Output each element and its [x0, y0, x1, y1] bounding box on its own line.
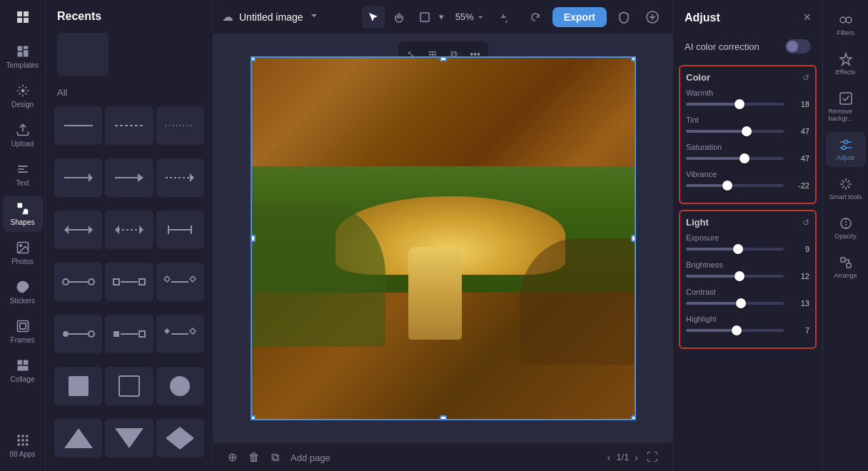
plus-btn[interactable] — [641, 6, 664, 29]
shape-arrow-right2[interactable] — [105, 158, 153, 197]
prev-page-btn[interactable]: ‹ — [607, 452, 611, 463]
shape-arrow-dotted[interactable] — [156, 158, 204, 197]
svg-marker-63 — [115, 428, 143, 448]
select-tool-btn[interactable] — [362, 6, 385, 29]
shape-double-arrow-dotted[interactable] — [105, 211, 153, 249]
right-tool-remove-bg[interactable]: Remove backgr... — [826, 86, 866, 128]
vibrance-slider-row: Vibrance -22 — [686, 170, 809, 190]
sidebar-item-apps[interactable]: 88 Apps — [3, 427, 43, 464]
redo-btn[interactable] — [524, 6, 547, 29]
canvas-frame[interactable]: ↻ — [251, 56, 636, 420]
resize-handle-br[interactable] — [631, 415, 636, 420]
light-section-header: Light ↺ — [686, 217, 809, 228]
vibrance-track[interactable] — [686, 184, 784, 187]
shape-dotted-line[interactable] — [156, 106, 204, 145]
zoom-control[interactable]: 55% — [450, 9, 490, 25]
light-section-reset[interactable]: ↺ — [802, 218, 809, 228]
vibrance-value: -22 — [789, 181, 809, 190]
right-tool-filters[interactable]: Filters — [826, 7, 866, 42]
highlight-track[interactable] — [686, 329, 784, 332]
app-logo[interactable] — [11, 6, 34, 29]
sidebar-item-upload[interactable]: Upload — [3, 117, 43, 153]
right-tool-arrange[interactable]: Arrange — [826, 250, 866, 285]
sidebar-item-design[interactable]: Design — [3, 78, 43, 114]
shape-circle-dot-line[interactable] — [54, 315, 102, 353]
resize-handle-lm[interactable] — [251, 235, 256, 242]
ai-correction-toggle[interactable] — [785, 39, 811, 54]
tint-track[interactable] — [686, 130, 784, 133]
right-tool-arrange-label: Arrange — [834, 272, 857, 279]
adjust-close-btn[interactable]: × — [803, 10, 811, 25]
color-section-reset[interactable]: ↺ — [802, 73, 809, 83]
resize-handle-bl[interactable] — [251, 415, 256, 420]
add-page-btn[interactable]: Add page — [288, 448, 333, 467]
sidebar-item-stickers[interactable]: Stickers — [3, 274, 43, 310]
frame-tool-chevron[interactable]: ▾ — [439, 11, 444, 22]
brightness-thumb[interactable] — [735, 271, 745, 281]
copy-page-btn[interactable]: ⧉ — [268, 448, 282, 467]
contrast-track[interactable] — [686, 302, 784, 305]
resize-handle-tl[interactable] — [251, 56, 256, 61]
shape-square-line[interactable] — [105, 263, 153, 301]
contrast-label: Contrast — [686, 288, 809, 296]
resize-handle-bm[interactable] — [440, 415, 447, 420]
next-page-btn[interactable]: › — [635, 452, 638, 463]
warmth-fill — [686, 103, 740, 106]
shape-triangle-down[interactable] — [105, 419, 153, 457]
shape-diamond-dot-line[interactable] — [156, 315, 204, 353]
warmth-track[interactable] — [686, 103, 784, 106]
resize-handle-rm[interactable] — [631, 235, 636, 242]
file-menu-chevron[interactable] — [309, 11, 319, 23]
shape-solid-line[interactable] — [54, 106, 102, 145]
warmth-thumb[interactable] — [735, 99, 745, 109]
saturation-thumb[interactable] — [740, 153, 750, 163]
recent-thumbnail[interactable] — [57, 33, 108, 76]
resize-handle-tr[interactable] — [631, 56, 636, 61]
shape-square-dot-line[interactable] — [105, 315, 153, 353]
right-tool-effects[interactable]: Effects — [826, 46, 866, 81]
contrast-thumb[interactable] — [736, 298, 746, 308]
sidebar-item-frames[interactable]: Frames — [3, 313, 43, 350]
resize-handle-tm[interactable] — [440, 56, 447, 61]
shape-triangle-up[interactable] — [54, 419, 102, 457]
exposure-thumb[interactable] — [733, 244, 743, 254]
hand-tool-btn[interactable] — [388, 6, 410, 29]
fullscreen-btn[interactable]: ⛶ — [644, 448, 661, 467]
frame-tool-btn[interactable] — [413, 6, 436, 29]
sidebar-item-collage-label: Collage — [11, 375, 35, 383]
highlight-thumb[interactable] — [732, 325, 742, 335]
panel-title: Recents — [57, 10, 101, 23]
shape-arrow-right[interactable] — [54, 158, 102, 197]
export-button[interactable]: Export — [552, 7, 607, 27]
shape-square-filled[interactable] — [54, 367, 102, 405]
shape-diamond-line[interactable] — [156, 263, 204, 301]
exposure-track[interactable] — [686, 248, 784, 250]
vibrance-thumb[interactable] — [722, 181, 732, 191]
brightness-track[interactable] — [686, 275, 784, 278]
right-tool-adjust[interactable]: Adjust — [826, 132, 866, 167]
saturation-track[interactable] — [686, 157, 784, 160]
svg-marker-36 — [115, 226, 119, 234]
shape-circle-line[interactable] — [54, 263, 102, 301]
shape-bracket-line[interactable] — [156, 211, 204, 249]
tint-thumb[interactable] — [742, 126, 752, 136]
right-tool-opacity[interactable]: Opacity — [826, 211, 866, 245]
shape-dashed-line[interactable] — [105, 106, 153, 145]
shape-circle-filled[interactable] — [156, 367, 204, 405]
add-page-icon[interactable]: ⊕ — [225, 447, 240, 467]
sidebar-item-shapes[interactable]: Shapes — [3, 196, 43, 232]
sidebar-item-templates[interactable]: Templates — [3, 39, 43, 75]
shape-square-outline[interactable] — [105, 367, 153, 405]
shape-double-arrow[interactable] — [54, 211, 102, 249]
color-section-title: Color — [686, 72, 710, 83]
sidebar-item-photos[interactable]: Photos — [3, 235, 43, 271]
sidebar-item-text-label: Text — [16, 179, 29, 187]
undo-btn[interactable] — [495, 6, 518, 29]
svg-rect-54 — [113, 331, 119, 337]
delete-page-btn[interactable]: 🗑 — [246, 448, 263, 467]
shield-btn[interactable] — [612, 6, 635, 29]
right-tool-smart[interactable]: Smart tools — [826, 171, 866, 206]
shape-diamond-filled[interactable] — [156, 419, 204, 457]
sidebar-item-collage[interactable]: Collage — [3, 353, 43, 389]
sidebar-item-text[interactable]: Text — [3, 156, 43, 193]
